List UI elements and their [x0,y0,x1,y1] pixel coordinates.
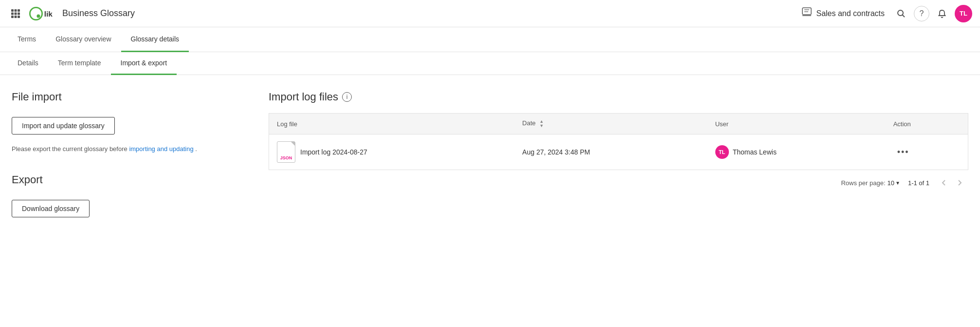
chevron-left-icon [941,179,947,186]
export-title: Export [12,173,245,186]
search-icon [897,9,906,18]
main-content: File import Import and update glossary P… [0,75,980,324]
json-file-icon: JSON [277,141,295,163]
svg-rect-4 [15,12,17,15]
qlik-logo: lik [29,7,56,20]
log-table: Log file Date ▲▼ User Action JSON [269,113,968,170]
col-action: Action [886,114,968,135]
import-update-button[interactable]: Import and update glossary [12,117,115,135]
export-note: Please export the current glossary befor… [12,144,245,154]
next-page-button[interactable] [953,176,966,190]
info-icon-symbol: i [346,94,348,100]
rows-per-page-value: 10 [888,179,894,187]
svg-rect-5 [18,12,20,15]
tab-import-export[interactable]: Import & export [111,52,177,75]
svg-rect-8 [18,16,20,18]
svg-rect-2 [18,9,20,12]
svg-rect-12 [802,8,811,15]
log-user-cell: TL Thomas Lewis [708,135,886,170]
log-file-name: Import log 2024-08-27 [300,148,367,156]
tab-glossary-details[interactable]: Glossary details [121,27,189,52]
bell-icon [938,9,946,18]
table-body: JSON Import log 2024-08-27 Aug 27, 2024 … [269,135,968,170]
col-date[interactable]: Date ▲▼ [514,114,707,135]
file-import-title: File import [12,91,245,103]
help-button[interactable]: ? [914,6,929,21]
log-date: Aug 27, 2024 3:48 PM [514,135,707,170]
json-label: JSON [280,155,292,160]
left-panel: File import Import and update glossary P… [12,91,245,308]
log-action-cell: ••• [886,135,968,170]
svg-rect-6 [11,16,14,18]
pagination: Rows per page: 10 ▼ 1-1 of 1 [269,170,968,195]
export-note-after: . [195,145,197,153]
user-avatar-small: TL [715,145,729,159]
download-glossary-button[interactable]: Download glossary [12,200,90,217]
secondary-tabs: Details Term template Import & export [0,52,980,75]
svg-line-17 [903,15,905,17]
log-file-cell-inner: JSON Import log 2024-08-27 [277,141,507,163]
row-more-button[interactable]: ••• [893,145,913,159]
info-icon[interactable]: i [342,92,352,102]
table-row: JSON Import log 2024-08-27 Aug 27, 2024 … [269,135,968,170]
svg-text:lik: lik [44,9,53,18]
rows-per-page: Rows per page: 10 ▼ [841,179,900,187]
search-button[interactable] [892,5,910,22]
svg-rect-7 [15,16,17,18]
tab-details[interactable]: Details [8,52,48,75]
svg-point-9 [30,7,42,19]
svg-point-10 [36,14,40,18]
top-nav: lik Business Glossary Sales and contract… [0,0,980,27]
log-title-row: Import log files i [269,91,968,103]
app-title: Business Glossary [62,8,135,19]
grid-icon [11,9,20,18]
user-cell-inner: TL Thomas Lewis [715,145,878,159]
log-file-cell: JSON Import log 2024-08-27 [269,135,515,170]
prev-page-button[interactable] [937,176,951,190]
rows-per-page-select[interactable]: 10 ▼ [888,179,900,187]
page-nav [937,176,966,190]
grid-menu-button[interactable] [8,6,23,21]
help-icon: ? [920,9,924,18]
svg-rect-3 [11,12,14,15]
glossary-name: Sales and contracts [816,9,885,18]
primary-tabs: Terms Glossary overview Glossary details [0,27,980,52]
nav-left: lik Business Glossary [8,6,794,21]
user-avatar[interactable]: TL [955,5,972,22]
col-user: User [708,114,886,135]
svg-point-16 [898,10,903,16]
nav-right: ? TL [892,5,972,22]
tab-glossary-overview[interactable]: Glossary overview [46,27,121,52]
page-range: 1-1 of 1 [908,179,929,187]
export-note-before: Please export the current glossary befor… [12,145,127,153]
table-header: Log file Date ▲▼ User Action [269,114,968,135]
col-log-file: Log file [269,114,515,135]
chevron-down-icon: ▼ [895,180,900,186]
user-name: Thomas Lewis [733,148,777,156]
notifications-button[interactable] [933,5,951,22]
svg-rect-0 [11,9,14,12]
glossary-nav-icon [801,7,812,20]
rows-per-page-label: Rows per page: [841,179,885,187]
svg-rect-1 [15,9,17,12]
center-section: Sales and contracts [801,7,885,20]
export-link[interactable]: importing and updating [129,145,193,153]
sort-arrows-date: ▲▼ [539,119,544,128]
tab-terms[interactable]: Terms [8,27,46,52]
tab-term-template[interactable]: Term template [48,52,111,75]
log-title: Import log files [269,91,338,103]
chevron-right-icon [956,179,963,186]
right-panel: Import log files i Log file Date ▲▼ User… [269,91,968,308]
